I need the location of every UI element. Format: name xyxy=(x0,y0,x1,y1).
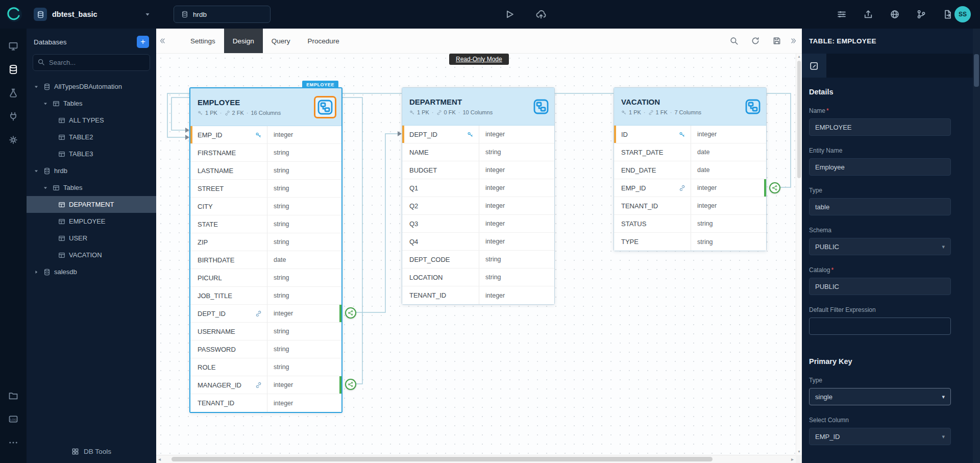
scroll-down-icon[interactable]: ▾ xyxy=(796,449,802,454)
run-button[interactable] xyxy=(503,8,516,21)
column-row-name[interactable]: NAMEstring xyxy=(402,143,554,161)
column-row-q3[interactable]: Q3integer xyxy=(402,215,554,233)
type-select[interactable]: single▾ xyxy=(809,388,951,405)
scroll-up-icon[interactable]: ▴ xyxy=(796,54,802,59)
search-input[interactable] xyxy=(33,54,150,71)
refresh-icon[interactable] xyxy=(751,36,760,45)
tree-item-hrdb[interactable]: hrdb xyxy=(27,162,156,179)
column-row-state[interactable]: STATEstring xyxy=(190,215,341,233)
relationship-connector-icon[interactable] xyxy=(769,182,780,193)
column-row-picurl[interactable]: PICURLstring xyxy=(190,269,341,287)
scrollbar-thumb[interactable] xyxy=(974,54,979,87)
entity-type-icon[interactable] xyxy=(533,99,549,115)
column-row-tenant-id[interactable]: TENANT_IDinteger xyxy=(190,394,341,412)
column-row-id[interactable]: IDinteger xyxy=(614,126,766,143)
rail-settings-icon[interactable] xyxy=(4,131,22,149)
column-row-username[interactable]: USERNAMEstring xyxy=(190,323,341,340)
column-row-dept-id[interactable]: DEPT_IDinteger xyxy=(190,305,341,323)
rail-connections-icon[interactable] xyxy=(4,107,22,126)
canvas-vertical-scrollbar[interactable]: ▴ ▾ xyxy=(796,54,802,455)
save-icon[interactable] xyxy=(772,36,781,45)
column-row-firstname[interactable]: FIRSTNAMEstring xyxy=(190,144,341,162)
column-row-manager-id[interactable]: MANAGER_IDinteger xyxy=(190,376,341,394)
cloud-upload-button[interactable] xyxy=(534,8,548,21)
tree-item-all-types[interactable]: ALL TYPES xyxy=(27,112,156,129)
column-row-start-date[interactable]: START_DATEdate xyxy=(614,143,766,161)
rail-databases-icon[interactable] xyxy=(4,60,22,79)
tab-settings[interactable]: Settings xyxy=(182,29,224,53)
column-row-q4[interactable]: Q4integer xyxy=(402,233,554,251)
entity-header[interactable]: VACATION 1 PK · 1 FK ·7 Columns xyxy=(614,88,766,126)
rail-more-icon[interactable] xyxy=(4,433,22,452)
database-tab[interactable]: hrdb xyxy=(174,6,271,23)
column-row-password[interactable]: PASSWORDstring xyxy=(190,340,341,358)
expand-panel-icon[interactable] xyxy=(790,37,798,45)
relationship-connector-icon[interactable] xyxy=(345,307,356,319)
scroll-left-icon[interactable]: ◂ xyxy=(158,456,161,463)
tree-item-user[interactable]: USER xyxy=(27,230,156,247)
column-row-tenant-id[interactable]: TENANT_IDinteger xyxy=(614,197,766,215)
design-canvas[interactable]: EMPLOYEE EMPLOYEE 1 PK · 2 FK ·16 Column… xyxy=(156,54,796,455)
column-row-status[interactable]: STATUSstring xyxy=(614,215,766,233)
rail-services-icon[interactable] xyxy=(4,84,22,102)
tree-item-department[interactable]: DEPARTMENT xyxy=(27,196,156,213)
entity-department[interactable]: DEPARTMENT 1 PK · 0 FK ·10 Columns DEPT_… xyxy=(402,87,555,305)
column-row-job-title[interactable]: JOB_TITLEstring xyxy=(190,287,341,305)
connection-selector[interactable]: dbtest_basic xyxy=(29,5,156,24)
tree-item-vacation[interactable]: VACATION xyxy=(27,247,156,263)
rail-dashboard-icon[interactable] xyxy=(4,37,22,55)
collapse-panel-icon[interactable] xyxy=(158,37,166,45)
caret-down-icon[interactable] xyxy=(33,84,40,90)
tree-item-table3[interactable]: TABLE3 xyxy=(27,145,156,162)
caret-down-icon[interactable] xyxy=(42,101,49,107)
tab-design[interactable]: Design xyxy=(224,29,263,53)
name-input[interactable]: EMPLOYEE xyxy=(809,118,951,136)
upload-button[interactable] xyxy=(863,9,874,20)
column-row-role[interactable]: ROLEstring xyxy=(190,358,341,376)
tab-procedure[interactable]: Procedure xyxy=(299,29,348,53)
entity-header[interactable]: DEPARTMENT 1 PK · 0 FK ·10 Columns xyxy=(402,88,554,126)
column-row-q1[interactable]: Q1integer xyxy=(402,179,554,197)
rail-files-icon[interactable] xyxy=(4,386,22,405)
column-row-street[interactable]: STREETstring xyxy=(190,180,341,198)
column-row-lastname[interactable]: LASTNAMEstring xyxy=(190,162,341,180)
caret-right-icon[interactable] xyxy=(33,269,40,275)
export-file-button[interactable] xyxy=(942,9,953,20)
scrollbar-thumb[interactable] xyxy=(172,457,713,461)
window-scrollbar[interactable] xyxy=(973,29,980,463)
scroll-right-icon[interactable]: ▸ xyxy=(791,456,794,463)
select-column-select[interactable]: EMP_ID▾ xyxy=(809,428,951,445)
db-tools-button[interactable]: DB Tools xyxy=(27,440,156,463)
schema-select[interactable]: PUBLIC▾ xyxy=(809,238,951,255)
column-row-dept-id[interactable]: DEPT_IDinteger xyxy=(402,126,554,143)
entity-type-icon[interactable] xyxy=(314,96,336,118)
entity-employee[interactable]: EMPLOYEE EMPLOYEE 1 PK · 2 FK ·16 Column… xyxy=(189,87,342,413)
tree-item-table2[interactable]: TABLE2 xyxy=(27,129,156,145)
language-button[interactable] xyxy=(889,9,900,20)
relationship-connector-icon[interactable] xyxy=(345,379,356,390)
entity-name-input[interactable]: Employee xyxy=(809,158,951,176)
tree-item-tables[interactable]: Tables xyxy=(27,95,156,112)
tree-item-salesdb[interactable]: salesdb xyxy=(27,263,156,280)
column-row-dept-code[interactable]: DEPT_CODEstring xyxy=(402,251,554,269)
column-row-location[interactable]: LOCATIONstring xyxy=(402,269,554,286)
column-row-city[interactable]: CITYstring xyxy=(190,198,341,215)
tree-item-tables[interactable]: Tables xyxy=(27,179,156,196)
column-row-tenant-id[interactable]: TENANT_IDinteger xyxy=(402,286,554,304)
rail-logs-icon[interactable]: LOG xyxy=(4,410,22,428)
column-row-q2[interactable]: Q2integer xyxy=(402,197,554,215)
tab-edit-table[interactable] xyxy=(802,54,826,78)
branch-button[interactable] xyxy=(916,9,927,20)
type-input[interactable]: table xyxy=(809,198,951,215)
catalog-input[interactable]: PUBLIC xyxy=(809,278,951,295)
column-row-birthdate[interactable]: BIRTHDATEdate xyxy=(190,251,341,269)
column-row-type[interactable]: TYPEstring xyxy=(614,233,766,251)
entity-vacation[interactable]: VACATION 1 PK · 1 FK ·7 Columns IDintege… xyxy=(614,87,767,251)
add-database-button[interactable]: + xyxy=(137,36,149,48)
column-row-budget[interactable]: BUDGETinteger xyxy=(402,161,554,179)
tree-item-employee[interactable]: EMPLOYEE xyxy=(27,213,156,230)
scrollbar-thumb[interactable] xyxy=(797,61,801,178)
caret-down-icon[interactable] xyxy=(33,168,40,174)
display-options-button[interactable] xyxy=(836,9,847,20)
entity-header[interactable]: EMPLOYEE 1 PK · 2 FK ·16 Columns xyxy=(190,88,341,126)
